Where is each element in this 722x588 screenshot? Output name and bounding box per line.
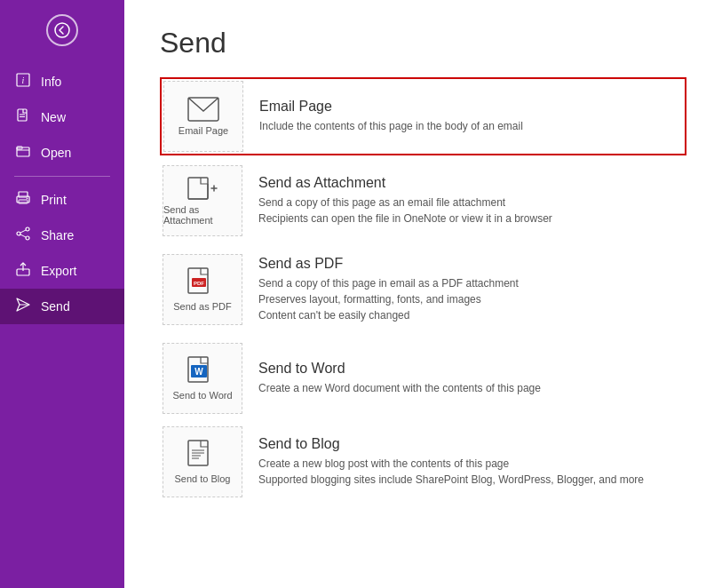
print-icon — [14, 191, 32, 209]
svg-point-12 — [26, 227, 29, 231]
attachment-desc: Send a copy of this page as an email fil… — [258, 195, 671, 226]
svg-line-16 — [20, 234, 26, 237]
sidebar-item-info[interactable]: i Info — [0, 64, 124, 99]
share-icon — [14, 226, 32, 244]
blog-icon: Send to Blog — [163, 426, 242, 497]
svg-text:W: W — [194, 367, 203, 377]
sidebar-item-export-label: Export — [41, 264, 76, 278]
sidebar: i Info New — [0, 0, 124, 588]
sidebar-item-send[interactable]: Send — [0, 289, 124, 324]
blog-title: Send to Blog — [258, 436, 671, 452]
sidebar-nav: i Info New — [0, 60, 124, 324]
back-button[interactable] — [0, 0, 124, 60]
email-page-desc: Include the contents of this page in the… — [259, 118, 670, 134]
sidebar-item-send-label: Send — [41, 299, 70, 314]
attachment-icon: Send as Attachment — [163, 165, 242, 236]
pdf-title: Send as PDF — [258, 256, 671, 272]
svg-text:i: i — [22, 75, 25, 85]
sidebar-item-share-label: Share — [41, 228, 74, 242]
sidebar-item-open-label: Open — [41, 146, 71, 160]
send-icon — [14, 298, 32, 315]
attachment-icon-label: Send as Attachment — [163, 204, 242, 226]
sidebar-item-export[interactable]: Export — [0, 253, 124, 289]
sidebar-item-new-label: New — [41, 110, 66, 124]
sidebar-item-info-label: Info — [41, 75, 61, 89]
send-options-list: Email Page Email Page Include the conten… — [160, 77, 686, 500]
send-option-email-page[interactable]: Email Page Email Page Include the conten… — [160, 77, 686, 155]
email-page-icon-label: Email Page — [179, 125, 228, 136]
attachment-title: Send as Attachment — [258, 175, 671, 191]
export-icon — [14, 262, 32, 280]
svg-line-15 — [20, 230, 26, 233]
svg-point-0 — [55, 23, 69, 37]
sidebar-item-new[interactable]: New — [0, 99, 124, 135]
sidebar-divider — [14, 176, 110, 177]
open-icon — [14, 144, 32, 162]
main-content: Send Email Page Email Page Include the c… — [124, 0, 722, 588]
svg-point-11 — [27, 198, 28, 200]
info-icon: i — [14, 73, 32, 91]
pdf-desc: Send a copy of this page in email as a P… — [258, 275, 671, 323]
email-page-icon: Email Page — [163, 81, 243, 152]
blog-text: Send to Blog Create a new blog post with… — [244, 427, 686, 497]
pdf-text: Send as PDF Send a copy of this page in … — [244, 247, 686, 332]
pdf-icon-label: Send as PDF — [173, 301, 231, 312]
svg-rect-21 — [188, 178, 208, 199]
word-icon: W Send to Word — [163, 343, 242, 414]
send-option-pdf[interactable]: PDF Send as PDF Send as PDF Send a copy … — [160, 246, 686, 333]
word-title: Send to Word — [258, 361, 671, 377]
pdf-icon: PDF Send as PDF — [163, 254, 242, 325]
sidebar-item-share[interactable]: Share — [0, 218, 124, 253]
send-option-word[interactable]: W Send to Word Send to Word Create a new… — [160, 340, 686, 417]
email-page-text: Email Page Include the contents of this … — [245, 90, 685, 143]
email-page-title: Email Page — [259, 99, 670, 115]
word-text: Send to Word Create a new Word document … — [244, 352, 686, 405]
page-title: Send — [160, 27, 686, 60]
send-option-attachment[interactable]: Send as Attachment Send as Attachment Se… — [160, 163, 686, 239]
new-icon — [14, 108, 32, 126]
sidebar-item-print-label: Print — [41, 193, 67, 207]
word-desc: Create a new Word document with the cont… — [258, 380, 671, 396]
svg-point-13 — [17, 232, 20, 235]
sidebar-item-print[interactable]: Print — [0, 182, 124, 218]
send-option-blog[interactable]: Send to Blog Send to Blog Create a new b… — [160, 424, 686, 500]
blog-desc: Create a new blog post with the contents… — [258, 456, 671, 488]
attachment-text: Send as Attachment Send a copy of this p… — [244, 166, 686, 235]
svg-text:PDF: PDF — [194, 281, 204, 286]
svg-point-14 — [26, 236, 29, 240]
blog-icon-label: Send to Blog — [175, 473, 231, 484]
sidebar-item-open[interactable]: Open — [0, 135, 124, 171]
word-icon-label: Send to Word — [172, 390, 232, 401]
